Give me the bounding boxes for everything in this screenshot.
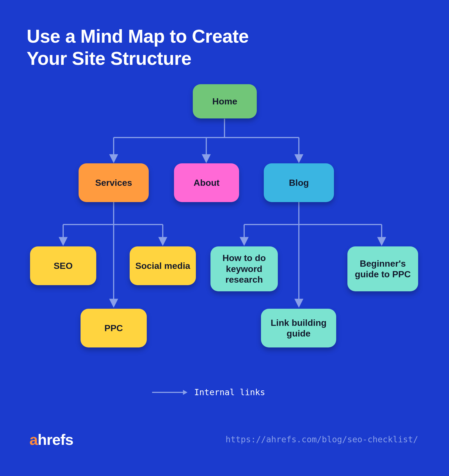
node-home: Home — [193, 84, 257, 118]
node-link: Link building guide — [261, 309, 336, 347]
legend: Internal links — [152, 387, 265, 397]
node-blog: Blog — [264, 163, 334, 202]
source-url: https://ahrefs.com/blog/seo-checklist/ — [226, 434, 418, 444]
node-ppc: PPC — [81, 309, 147, 347]
node-howto: How to do keyword research — [210, 246, 278, 291]
node-beginners: Beginner's guide to PPC — [347, 246, 418, 291]
node-social: Social media — [130, 246, 196, 285]
node-seo: SEO — [30, 246, 96, 285]
logo-letter-a: a — [29, 431, 38, 448]
connectors — [0, 0, 449, 476]
legend-label: Internal links — [194, 387, 265, 397]
node-about: About — [174, 163, 239, 202]
logo-rest: hrefs — [38, 431, 73, 448]
arrow-icon — [152, 389, 188, 395]
diagram-title: Use a Mind Map to Create Your Site Struc… — [27, 25, 249, 70]
brand-logo: ahrefs — [29, 431, 73, 448]
node-services: Services — [79, 163, 149, 202]
